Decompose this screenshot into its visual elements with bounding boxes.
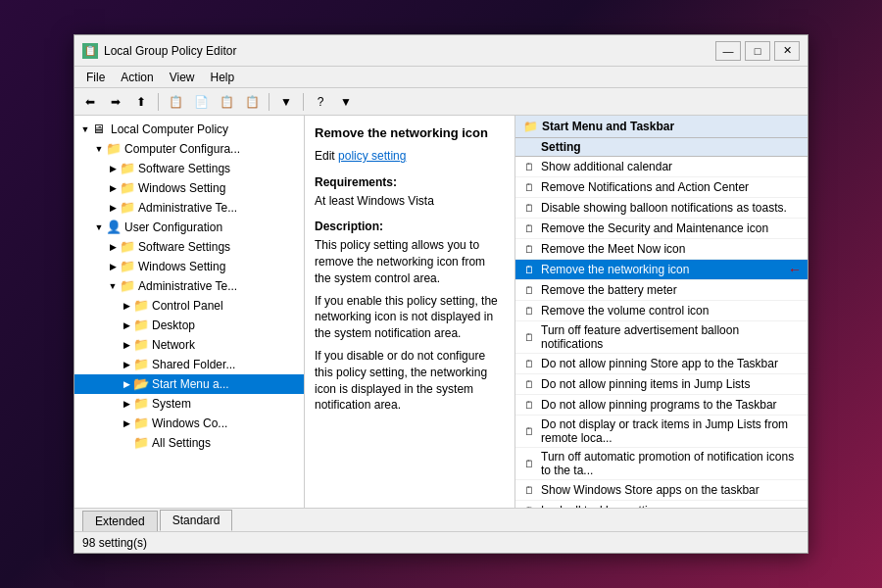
expand-icon: ▶ — [120, 397, 133, 411]
menu-file[interactable]: File — [78, 69, 113, 86]
tree-label: Control Panel — [152, 299, 223, 313]
expand-icon: ▼ — [106, 279, 120, 293]
tab-standard[interactable]: Standard — [160, 510, 233, 531]
settings-item[interactable]: 🗒Disable showing balloon notifications a… — [515, 198, 808, 219]
settings-item[interactable]: 🗒Lock all taskbar settings — [515, 501, 808, 508]
policy-link[interactable]: policy setting — [338, 149, 406, 163]
settings-item[interactable]: 🗒Turn off automatic promotion of notific… — [515, 448, 808, 480]
back-button[interactable]: ⬅ — [78, 91, 102, 113]
settings-item-icon: 🗒 — [521, 159, 537, 174]
settings-item[interactable]: 🗒Remove the networking icon← — [515, 260, 808, 280]
folder-icon: 📁 — [120, 200, 135, 216]
forward-button[interactable]: ➡ — [104, 91, 127, 113]
settings-item[interactable]: 🗒Remove the volume control icon — [515, 301, 808, 321]
settings-column-header: Setting — [515, 138, 808, 157]
policy-title: Remove the networking icon — [315, 125, 505, 140]
menu-action[interactable]: Action — [113, 69, 161, 86]
setting-column-label: Setting — [541, 140, 581, 154]
description-label: Description: — [315, 219, 505, 235]
show-hide-button[interactable]: 📋 — [164, 91, 187, 113]
computer-icon: 🖥 — [92, 122, 108, 137]
user-icon: 👤 — [106, 220, 122, 235]
folder-icon: 📁 — [133, 318, 149, 333]
right-settings-pane: 📁 Start Menu and Taskbar Setting 🗒Show a… — [515, 116, 808, 508]
settings-item[interactable]: 🗒Do not allow pinning Store app to the T… — [515, 354, 808, 374]
tree-item-all-settings[interactable]: 📁 All Settings — [74, 433, 304, 453]
tree-item-admin-te-2[interactable]: ▼ 📁 Administrative Te... — [74, 276, 304, 296]
tree-item-software-settings-1[interactable]: ▶ 📁 Software Settings — [74, 159, 304, 178]
expand-icon: ▶ — [120, 338, 133, 352]
description-text-1: This policy setting allows you to remove… — [315, 237, 505, 286]
up-button[interactable]: ⬆ — [129, 91, 153, 113]
settings-item[interactable]: 🗒Show Windows Store apps on the taskbar — [515, 480, 808, 501]
tree-item-windows-settings-1[interactable]: ▶ 📁 Windows Setting — [74, 178, 304, 198]
settings-item[interactable]: 🗒Remove the battery meter — [515, 280, 808, 301]
title-buttons: — □ ✕ — [715, 41, 800, 61]
settings-item-icon: 🗒 — [521, 456, 537, 471]
settings-item-label: Turn off feature advertisement balloon n… — [541, 323, 802, 351]
close-button[interactable]: ✕ — [774, 41, 800, 61]
settings-item-label: Do not display or track items in Jump Li… — [541, 417, 802, 445]
menu-view[interactable]: View — [162, 69, 203, 86]
tree-item-windows-settings-2[interactable]: ▶ 📁 Windows Setting — [74, 257, 304, 276]
settings-item[interactable]: 🗒Remove the Meet Now icon — [515, 239, 808, 260]
custom-button[interactable]: ▼ — [334, 91, 358, 113]
expand-icon — [120, 436, 133, 450]
settings-item[interactable]: 🗒Remove Notifications and Action Center — [515, 177, 808, 198]
settings-item[interactable]: 🗒Turn off feature advertisement balloon … — [515, 321, 808, 354]
settings-item-icon: 🗒 — [521, 423, 537, 439]
expand-icon: ▼ — [92, 142, 106, 156]
settings-item[interactable]: 🗒Remove the Security and Maintenance ico… — [515, 219, 808, 239]
settings-item[interactable]: 🗒Do not allow pinning items in Jump List… — [515, 374, 808, 395]
settings-item-label: Remove the Security and Maintenance icon — [541, 221, 802, 235]
properties-button[interactable]: 📄 — [189, 91, 213, 113]
status-text: 98 setting(s) — [82, 536, 147, 550]
tree-item-system[interactable]: ▶ 📁 System — [74, 394, 304, 414]
expand-icon: ▶ — [106, 181, 120, 195]
settings-item-icon: 🗒 — [521, 220, 537, 236]
expand-icon: ▶ — [106, 260, 120, 273]
settings-item[interactable]: 🗒Do not allow pinning programs to the Ta… — [515, 395, 808, 416]
minimize-button[interactable]: — — [715, 41, 741, 61]
maximize-button[interactable]: □ — [745, 41, 770, 61]
settings-item-label: Remove the Meet Now icon — [541, 242, 802, 256]
main-content: ▼ 🖥 Local Computer Policy ▼ 📁 Computer C… — [74, 116, 808, 508]
tree-item-computer-configuration[interactable]: ▼ 📁 Computer Configura... — [74, 139, 304, 159]
tree-label: Windows Setting — [138, 260, 225, 273]
help2-button[interactable]: ? — [309, 91, 332, 113]
filter-button[interactable]: ▼ — [274, 91, 298, 113]
menu-help[interactable]: Help — [203, 69, 243, 86]
folder-icon: 📁 — [133, 396, 149, 412]
description-text-2: If you enable this policy setting, the n… — [315, 293, 505, 342]
tree-item-desktop[interactable]: ▶ 📁 Desktop — [74, 316, 304, 335]
tree-label: Local Computer Policy — [111, 122, 228, 136]
tree-label: Windows Setting — [138, 181, 225, 195]
tree-item-windows-components[interactable]: ▶ 📁 Windows Co... — [74, 414, 304, 433]
tree-label: User Configuration — [124, 220, 222, 234]
tree-item-control-panel[interactable]: ▶ 📁 Control Panel — [74, 296, 304, 316]
tab-extended[interactable]: Extended — [82, 511, 158, 531]
settings-item[interactable]: 🗒Do not display or track items in Jump L… — [515, 416, 808, 448]
tree-item-network[interactable]: ▶ 📁 Network — [74, 335, 304, 355]
settings-item-label: Do not allow pinning Store app to the Ta… — [541, 357, 802, 370]
toolbar: ⬅ ➡ ⬆ 📋 📄 📋 📋 ▼ ? ▼ — [74, 88, 808, 116]
tree-label: Desktop — [152, 318, 195, 332]
settings-item-icon: 🗒 — [521, 303, 537, 318]
settings-item-label: Remove Notifications and Action Center — [541, 180, 802, 194]
tree-item-start-menu[interactable]: ▶ 📂 Start Menu a... — [74, 374, 304, 394]
settings-item[interactable]: 🗒Show additional calendar — [515, 157, 808, 177]
folder-icon: 📁 — [120, 180, 135, 196]
expand-icon: ▶ — [120, 416, 133, 430]
settings-item-label: Remove the battery meter — [541, 283, 802, 297]
tree-item-admin-te-1[interactable]: ▶ 📁 Administrative Te... — [74, 198, 304, 218]
folder-icon: 📁 — [133, 435, 149, 451]
tree-item-user-configuration[interactable]: ▼ 👤 User Configuration — [74, 218, 304, 237]
help-button[interactable]: 📋 — [215, 91, 238, 113]
settings-list: 🗒Show additional calendar🗒Remove Notific… — [515, 157, 808, 508]
settings-item-icon: 🗒 — [521, 200, 537, 216]
tree-item-shared-folders[interactable]: ▶ 📁 Shared Folder... — [74, 355, 304, 374]
tree-item-local-computer-policy[interactable]: ▼ 🖥 Local Computer Policy — [74, 120, 304, 139]
new-window-button[interactable]: 📋 — [240, 91, 264, 113]
status-bar: 98 setting(s) — [74, 531, 808, 553]
tree-item-software-settings-2[interactable]: ▶ 📁 Software Settings — [74, 237, 304, 257]
